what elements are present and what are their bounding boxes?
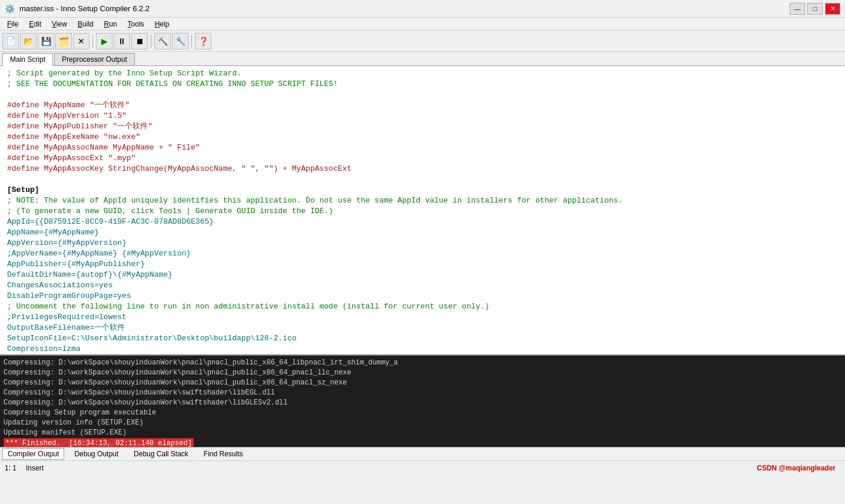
line-number — [0, 301, 7, 312]
line-content[interactable]: ;AppVerName={#MyAppName} {#MyAppVersion} — [7, 248, 845, 259]
tab-main-script[interactable]: Main Script — [2, 53, 53, 66]
menu-item-run[interactable]: Run — [100, 19, 122, 29]
save-button[interactable]: 💾 — [38, 33, 54, 49]
help-button[interactable]: ❓ — [195, 33, 211, 49]
line-number — [0, 227, 7, 238]
bottom-tab-compiler-output[interactable]: Compiler Output — [2, 448, 64, 460]
line-content[interactable]: ; SEE THE DOCUMENTATION FOR DETAILS ON C… — [7, 79, 845, 89]
line-content[interactable]: AppName={#MyAppName} — [7, 227, 845, 238]
line-content[interactable]: #define MyAppAssocExt ".myp" — [7, 153, 845, 164]
line-content[interactable]: SetupIconFile=C:\Users\Administrator\Des… — [7, 333, 845, 344]
menu-item-view[interactable]: View — [47, 19, 72, 29]
code-line: #define MyAppName "一个软件" — [0, 100, 845, 111]
line-content[interactable]: #define MyAppExeName "nw.exe" — [7, 132, 845, 142]
status-left: 1: 1 Insert — [5, 464, 44, 472]
output-line: Compressing: D:\workSpace\shouyinduanWor… — [4, 398, 841, 408]
line-number — [0, 270, 7, 280]
menu-item-file[interactable]: File — [2, 19, 23, 29]
line-content[interactable]: #define MyAppAssocKey StringChange(MyApp… — [7, 164, 845, 174]
line-content[interactable]: AppId={{D875912E-8CC9-419F-AC3C-078AD8D6… — [7, 217, 845, 227]
close-file-button[interactable]: ✕ — [73, 33, 90, 49]
line-number — [0, 121, 7, 132]
open-button[interactable]: 📂 — [20, 33, 37, 49]
output-line: Compressing Setup program executable — [4, 408, 841, 418]
menu-item-help[interactable]: Help — [150, 19, 174, 29]
line-content[interactable]: OutputBaseFilename=一个软件 — [7, 323, 845, 333]
line-content[interactable]: #define MyAppAssocName MyAppName + " Fil… — [7, 142, 845, 153]
menu-item-edit[interactable]: Edit — [24, 19, 46, 29]
maximize-button[interactable]: □ — [807, 3, 823, 15]
line-number — [0, 259, 7, 270]
line-content[interactable]: #define MyAppVersion "1.5" — [7, 111, 845, 121]
line-content[interactable] — [7, 174, 845, 185]
line-content[interactable]: #define MyAppPublisher "一个软件" — [7, 121, 845, 132]
code-line: AppId={{D875912E-8CC9-419F-AC3C-078AD8D6… — [0, 217, 845, 227]
line-content[interactable]: [Setup] — [7, 185, 845, 195]
bottom-tab-find-results[interactable]: Find Results — [198, 448, 248, 460]
line-content[interactable]: ;PrivilegesRequired=lowest — [7, 312, 845, 323]
output-panel[interactable]: Compressing: D:\workSpace\shouyinduanWor… — [0, 356, 845, 447]
menu-item-build[interactable]: Build — [73, 19, 98, 29]
line-content[interactable]: ; (To generate a new GUID, click Tools |… — [7, 206, 845, 217]
code-line: #define MyAppAssocExt ".myp" — [0, 153, 845, 164]
minimize-button[interactable]: — — [790, 3, 805, 15]
bottom-tab-debug-call-stack[interactable]: Debug Call Stack — [128, 448, 194, 460]
line-number — [0, 195, 7, 206]
line-number — [0, 100, 7, 111]
bottom-tab-debug-output[interactable]: Debug Output — [69, 448, 124, 460]
output-line: Compressing: D:\workSpace\shouyinduanWor… — [4, 378, 841, 388]
line-content[interactable]: ; Script generated by the Inno Setup Scr… — [7, 68, 845, 79]
output-line: Compressing: D:\workSpace\shouyinduanWor… — [4, 358, 841, 368]
bottom-tabs: Compiler OutputDebug OutputDebug Call St… — [0, 447, 845, 460]
line-number — [0, 142, 7, 153]
save-all-button[interactable]: 🗂️ — [55, 33, 72, 49]
menu-item-tools[interactable]: Tools — [123, 19, 149, 29]
code-line: AppPublisher={#MyAppPublisher} — [0, 259, 845, 270]
line-number — [0, 280, 7, 291]
code-line: ; SEE THE DOCUMENTATION FOR DETAILS ON C… — [0, 79, 845, 89]
code-line: Compression=lzma — [0, 344, 845, 354]
line-content[interactable]: AppPublisher={#MyAppPublisher} — [7, 259, 845, 270]
output-line: Compressing: D:\workSpace\shouyinduanWor… — [4, 388, 841, 398]
pause-button[interactable]: ⏸ — [114, 33, 130, 49]
line-content[interactable]: Compression=lzma — [7, 344, 845, 354]
editor-area[interactable]: ; Script generated by the Inno Setup Scr… — [0, 66, 845, 356]
run-button[interactable]: ▶ — [96, 33, 112, 49]
line-number — [0, 217, 7, 227]
code-line: ; Uncomment the following line to run in… — [0, 301, 845, 312]
tab-preprocessor-output[interactable]: Preprocessor Output — [54, 53, 135, 65]
new-button[interactable]: 📄 — [2, 33, 19, 49]
line-number — [0, 238, 7, 248]
title-controls: — □ ✕ — [790, 3, 840, 15]
stop-button[interactable]: ⏹ — [131, 33, 148, 49]
code-line: ; Script generated by the Inno Setup Scr… — [0, 68, 845, 79]
line-content[interactable]: DefaultDirName={autopf}\{#MyAppName} — [7, 270, 845, 280]
line-content[interactable]: ; NOTE: The value of AppId uniquely iden… — [7, 195, 845, 206]
output-line: Updating version info (SETUP.EXE) — [4, 418, 841, 428]
toolbar-separator-3 — [191, 35, 192, 48]
line-content[interactable]: ; Uncomment the following line to run in… — [7, 301, 845, 312]
code-line: ;AppVerName={#MyAppName} {#MyAppVersion} — [0, 248, 845, 259]
build-button[interactable]: 🔨 — [154, 33, 171, 49]
close-button[interactable]: ✕ — [825, 3, 840, 15]
line-number — [0, 89, 7, 100]
toolbar-separator-1 — [92, 35, 93, 48]
line-number — [0, 312, 7, 323]
line-content[interactable] — [7, 89, 845, 100]
finished-badge: *** Finished. [16:34:13, 02:11.140 elaps… — [4, 438, 194, 447]
code-line: AppName={#MyAppName} — [0, 227, 845, 238]
code-line: DefaultDirName={autopf}\{#MyAppName} — [0, 270, 845, 280]
line-content[interactable]: ChangesAssociations=yes — [7, 280, 845, 291]
code-line: #define MyAppAssocName MyAppName + " Fil… — [0, 142, 845, 153]
code-line: ;PrivilegesRequired=lowest — [0, 312, 845, 323]
code-line — [0, 174, 845, 185]
watermark: CSDN @maqiangleader — [757, 464, 836, 472]
line-content[interactable]: AppVersion={#MyAppVersion} — [7, 238, 845, 248]
line-number — [0, 68, 7, 79]
build2-button[interactable]: 🔧 — [172, 33, 188, 49]
line-content[interactable]: #define MyAppName "一个软件" — [7, 100, 845, 111]
tabs: Main ScriptPreprocessor Output — [0, 52, 845, 66]
line-number — [0, 248, 7, 259]
line-content[interactable]: DisableProgramGroupPage=yes — [7, 291, 845, 301]
code-line: #define MyAppPublisher "一个软件" — [0, 121, 845, 132]
